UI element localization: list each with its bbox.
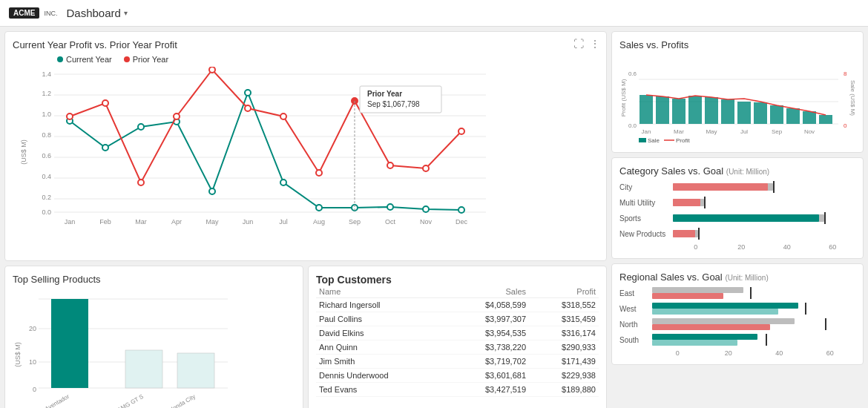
customer-name: Dennis Underwood bbox=[316, 369, 447, 383]
svg-point-43 bbox=[174, 113, 180, 119]
category-bar-newproducts bbox=[673, 228, 855, 240]
svg-text:Sale (US$ M): Sale (US$ M) bbox=[849, 80, 856, 116]
customer-name: Richard Ingersoll bbox=[316, 298, 447, 312]
reg-profit-west bbox=[652, 309, 778, 315]
svg-text:Aug: Aug bbox=[313, 218, 325, 226]
expand-icon[interactable]: ⛶ bbox=[573, 38, 584, 50]
regional-label-east: East bbox=[619, 289, 652, 297]
category-label-newproducts: New Products bbox=[619, 230, 673, 238]
customer-name: Ann Quinn bbox=[316, 340, 447, 355]
category-label-city: City bbox=[619, 183, 673, 191]
chevron-down-icon[interactable]: ▾ bbox=[124, 9, 128, 17]
customer-sales: $3,427,519 bbox=[447, 383, 529, 397]
table-row: David Elkins$3,954,535$316,174 bbox=[316, 326, 599, 340]
bar-mercedes bbox=[125, 350, 162, 388]
svg-rect-79 bbox=[737, 102, 751, 124]
svg-text:1.2: 1.2 bbox=[42, 90, 51, 97]
category-bar-sports bbox=[673, 212, 855, 224]
line-chart-svg: (US$ M) 0.0 0.2 0.4 0.6 0.8 1.0 1.2 1.4 bbox=[19, 67, 493, 230]
current-year-dot bbox=[57, 56, 63, 62]
category-row-city: City bbox=[619, 181, 855, 193]
tooltip-title: Prior Year bbox=[367, 90, 402, 98]
category-row-multiutility: Multi Utility bbox=[619, 197, 855, 208]
reg-sale-east bbox=[652, 287, 743, 293]
regional-row-north: North bbox=[619, 318, 855, 330]
svg-text:(US$ M): (US$ M) bbox=[14, 342, 22, 367]
cat-sale-bar4 bbox=[673, 230, 695, 237]
svg-rect-75 bbox=[672, 99, 685, 124]
svg-text:0.6: 0.6 bbox=[42, 152, 51, 159]
col-name: Name bbox=[316, 286, 447, 298]
table-row: Ann Quinn$3,738,220$290,933 bbox=[316, 340, 599, 355]
svg-text:Dec: Dec bbox=[456, 218, 468, 226]
svg-text:Profit: Profit bbox=[676, 137, 690, 142]
legend-prior-year: Prior Year bbox=[124, 55, 168, 64]
reg-profit-east bbox=[652, 293, 723, 299]
line-chart-legend: Current Year Prior Year bbox=[57, 55, 599, 64]
col-profit: Profit bbox=[529, 286, 599, 298]
svg-rect-81 bbox=[770, 105, 783, 124]
regional-label-south: South bbox=[619, 336, 652, 344]
category-label-multiutility: Multi Utility bbox=[619, 199, 673, 207]
svg-point-34 bbox=[280, 180, 286, 185]
svg-text:0.0: 0.0 bbox=[628, 122, 637, 129]
customer-sales: $3,738,220 bbox=[447, 340, 529, 355]
bar-honda bbox=[177, 353, 214, 388]
header: ACME INC. Dashboard ▾ bbox=[0, 0, 868, 27]
regional-bar-west bbox=[652, 303, 855, 315]
more-icon[interactable]: ⋮ bbox=[590, 38, 600, 50]
svg-point-44 bbox=[209, 67, 215, 73]
svg-text:0.4: 0.4 bbox=[42, 173, 51, 180]
regional-row-east: East bbox=[619, 287, 855, 299]
bar-lamborghini bbox=[51, 299, 88, 388]
customer-name: Ted Evans bbox=[316, 383, 447, 397]
svg-text:Apr: Apr bbox=[171, 218, 182, 226]
sales-profits-title: Sales vs. Profits bbox=[619, 39, 855, 50]
customers-tbody: Richard Ingersoll$4,058,599$318,552Paul … bbox=[316, 298, 599, 397]
svg-text:0.8: 0.8 bbox=[42, 131, 51, 139]
table-row: Paul Collins$3,997,307$315,459 bbox=[316, 312, 599, 326]
svg-text:Jan: Jan bbox=[65, 218, 76, 226]
svg-point-51 bbox=[458, 128, 464, 134]
table-row: Ted Evans$3,427,519$189,880 bbox=[316, 383, 599, 397]
reg-sale-south bbox=[652, 334, 757, 340]
cat-sale-bar2 bbox=[673, 199, 700, 206]
legend-current-year: Current Year bbox=[57, 55, 112, 64]
svg-point-32 bbox=[209, 188, 215, 194]
card-actions[interactable]: ⛶ ⋮ bbox=[573, 38, 600, 50]
svg-rect-91 bbox=[639, 138, 646, 142]
customer-sales: $4,058,599 bbox=[447, 298, 529, 312]
line-chart-card: Current Year Profit vs. Prior Year Profi… bbox=[4, 31, 607, 261]
customer-name: Paul Collins bbox=[316, 312, 447, 326]
svg-text:Nov: Nov bbox=[420, 218, 433, 226]
regional-row-west: West bbox=[619, 303, 855, 315]
cat-sale-bar3 bbox=[673, 214, 819, 222]
reg-profit-north bbox=[652, 324, 770, 330]
customer-profit: $318,552 bbox=[529, 298, 599, 312]
svg-text:Sep: Sep bbox=[772, 128, 783, 135]
customer-sales: $3,954,535 bbox=[447, 326, 529, 340]
prior-year-label: Prior Year bbox=[133, 55, 168, 64]
svg-text:0: 0 bbox=[844, 122, 847, 129]
svg-text:0.6: 0.6 bbox=[628, 70, 637, 77]
category-bar-city bbox=[673, 181, 855, 193]
table-row: Richard Ingersoll$4,058,599$318,552 bbox=[316, 298, 599, 312]
reg-goal-south bbox=[766, 334, 767, 346]
customer-profit: $316,174 bbox=[529, 326, 599, 340]
dashboard-label: Dashboard bbox=[66, 7, 120, 19]
sales-profits-svg: Profit (US$ M) Sale (US$ M) 0.0 0.6 0 8 bbox=[619, 53, 857, 142]
svg-rect-84 bbox=[819, 115, 832, 124]
bottom-left: Top Selling Products (US$ M) 0 10 20 bbox=[4, 266, 607, 408]
table-row: Jim Smith$3,719,702$171,439 bbox=[316, 355, 599, 369]
svg-text:Feb: Feb bbox=[99, 218, 111, 226]
regional-label-west: West bbox=[619, 305, 652, 313]
customers-title: Top Customers bbox=[316, 274, 599, 286]
category-card: Category Sales vs. Goal (Unit: Million) … bbox=[611, 157, 864, 259]
svg-rect-80 bbox=[754, 102, 767, 124]
reg-profit-south bbox=[652, 340, 737, 346]
cat-goal-marker bbox=[773, 181, 775, 193]
dashboard-title: Dashboard ▾ bbox=[66, 7, 127, 19]
customer-name: David Elkins bbox=[316, 326, 447, 340]
svg-text:May: May bbox=[206, 218, 219, 226]
svg-rect-76 bbox=[688, 96, 702, 124]
